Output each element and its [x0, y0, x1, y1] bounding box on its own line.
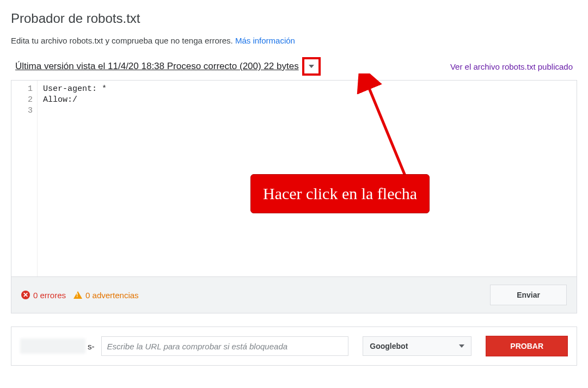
warnings-stat: 0 advertencias [74, 291, 139, 300]
more-info-link[interactable]: Más información [235, 36, 295, 45]
robots-editor[interactable]: 123 User-agent: *Allow:/ [11, 81, 577, 276]
intro-text: Edita tu archivo robots.txt y comprueba … [11, 36, 235, 45]
error-icon: ✕ [21, 291, 30, 299]
submit-button[interactable]: Enviar [490, 285, 567, 305]
errors-label: errores [40, 291, 66, 300]
bot-select[interactable]: Googlebot [363, 336, 471, 356]
chevron-down-icon [309, 65, 314, 68]
editor-code[interactable]: User-agent: *Allow:/ [38, 81, 577, 276]
version-dropdown-trigger[interactable] [302, 57, 321, 76]
domain-suffix: s- [88, 342, 95, 351]
url-input[interactable] [101, 336, 349, 356]
warning-icon [74, 291, 82, 299]
editor-panel: 123 User-agent: *Allow:/ ✕ 0 errores 0 a… [11, 80, 577, 313]
intro-line: Edita tu archivo robots.txt y comprueba … [11, 36, 577, 45]
editor-footer: ✕ 0 errores 0 advertencias Enviar [11, 276, 577, 313]
domain-blurred [20, 338, 85, 354]
stats: ✕ 0 errores 0 advertencias [21, 291, 139, 300]
warnings-label: advertencias [93, 291, 139, 300]
editor-gutter: 123 [11, 81, 38, 276]
page-title: Probador de robots.txt [11, 11, 577, 26]
test-button[interactable]: PROBAR [486, 336, 568, 356]
errors-count: 0 [33, 291, 38, 300]
status-row: Última versión vista el 11/4/20 18:38 Pr… [11, 57, 577, 80]
bot-selected-label: Googlebot [370, 342, 408, 350]
warnings-count: 0 [85, 291, 90, 300]
view-published-link[interactable]: Ver el archivo robots.txt publicado [450, 62, 573, 71]
errors-stat: ✕ 0 errores [21, 291, 66, 300]
last-seen-status: Última versión vista el 11/4/20 18:38 Pr… [15, 61, 299, 72]
chevron-down-icon [459, 344, 464, 348]
url-test-panel: s- Googlebot PROBAR [11, 327, 577, 366]
